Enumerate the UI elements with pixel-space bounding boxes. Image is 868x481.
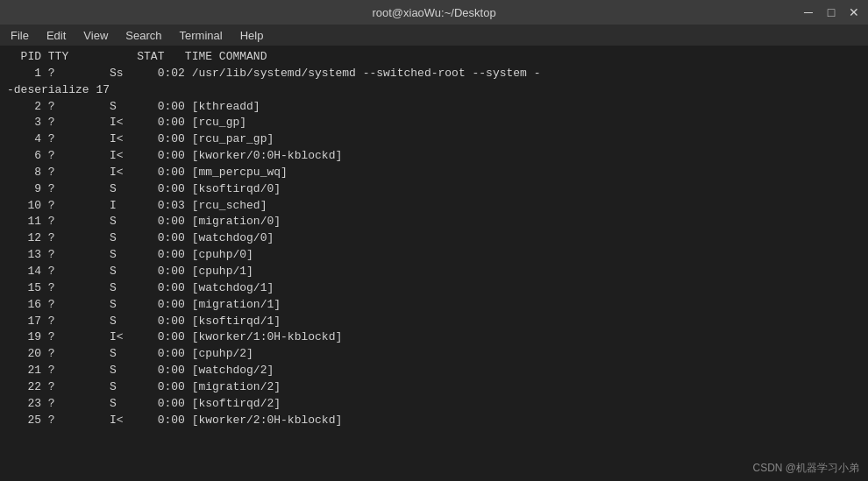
- terminal-line: 22 ? S 0:00 [migration/2]: [7, 379, 861, 396]
- terminal-line: 20 ? S 0:00 [cpuhp/2]: [7, 346, 861, 363]
- terminal-line: 13 ? S 0:00 [cpuhp/0]: [7, 247, 861, 264]
- menu-item-help[interactable]: Help: [233, 27, 271, 44]
- menu-item-edit[interactable]: Edit: [39, 27, 73, 44]
- terminal-line: 6 ? I< 0:00 [kworker/0:0H-kblockd]: [7, 148, 861, 165]
- title-bar: root@xiaoWu:~/Desktop ─ □ ✕: [0, 0, 868, 25]
- watermark: CSDN @机器学习小弟: [752, 461, 859, 476]
- terminal-line: 10 ? I 0:03 [rcu_sched]: [7, 198, 861, 215]
- terminal-line: 14 ? S 0:00 [cpuhp/1]: [7, 264, 861, 280]
- terminal-line: 23 ? S 0:00 [ksoftirqd/2]: [7, 396, 861, 413]
- terminal-line: 4 ? I< 0:00 [rcu_par_gp]: [7, 131, 861, 148]
- maximize-button[interactable]: □: [824, 5, 838, 19]
- terminal-line: 1 ? Ss 0:02 /usr/lib/systemd/systemd --s…: [7, 66, 861, 82]
- terminal-line: 17 ? S 0:00 [ksoftirqd/1]: [7, 314, 861, 330]
- menu-item-file[interactable]: File: [4, 27, 36, 44]
- terminal-line: 11 ? S 0:00 [migration/0]: [7, 214, 861, 230]
- terminal-line: -deserialize 17: [7, 82, 861, 99]
- terminal-line: 16 ? S 0:00 [migration/1]: [7, 297, 861, 314]
- menu-item-view[interactable]: View: [76, 27, 115, 44]
- terminal-body[interactable]: PID TTY STAT TIME COMMAND 1 ? Ss 0:02 /u…: [0, 46, 868, 481]
- terminal-line: 21 ? S 0:00 [watchdog/2]: [7, 363, 861, 379]
- menu-item-search[interactable]: Search: [118, 27, 168, 44]
- menu-item-terminal[interactable]: Terminal: [173, 27, 230, 44]
- terminal-window: root@xiaoWu:~/Desktop ─ □ ✕ FileEditView…: [0, 0, 868, 481]
- terminal-line: 15 ? S 0:00 [watchdog/1]: [7, 280, 861, 297]
- window-title: root@xiaoWu:~/Desktop: [0, 6, 868, 19]
- terminal-line: 8 ? I< 0:00 [mm_percpu_wq]: [7, 165, 861, 181]
- terminal-line: 9 ? S 0:00 [ksoftirqd/0]: [7, 181, 861, 198]
- minimize-button[interactable]: ─: [801, 5, 815, 19]
- window-controls: ─ □ ✕: [801, 5, 861, 19]
- terminal-line: 3 ? I< 0:00 [rcu_gp]: [7, 115, 861, 131]
- menu-bar: FileEditViewSearchTerminalHelp: [0, 25, 868, 46]
- ps-header: PID TTY STAT TIME COMMAND: [7, 49, 861, 66]
- terminal-line: 2 ? S 0:00 [kthreadd]: [7, 99, 861, 116]
- terminal-line: 19 ? I< 0:00 [kworker/1:0H-kblockd]: [7, 329, 861, 346]
- close-button[interactable]: ✕: [847, 5, 861, 19]
- terminal-line: 25 ? I< 0:00 [kworker/2:0H-kblockd]: [7, 413, 861, 429]
- terminal-line: 12 ? S 0:00 [watchdog/0]: [7, 230, 861, 247]
